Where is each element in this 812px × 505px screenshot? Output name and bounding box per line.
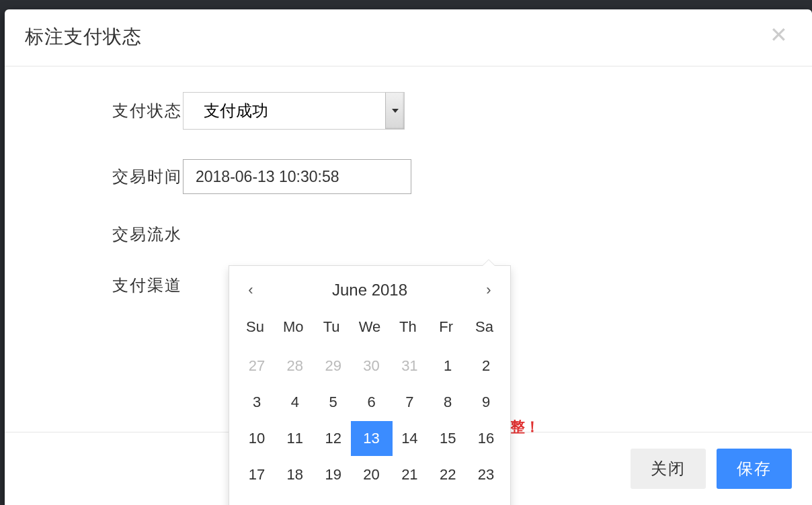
calendar-week-row: 10111213141516 bbox=[236, 420, 503, 457]
calendar-day[interactable]: 21 bbox=[389, 457, 427, 493]
calendar-day[interactable]: 17 bbox=[236, 457, 274, 493]
svg-marker-0 bbox=[392, 109, 399, 113]
close-icon[interactable]: ✕ bbox=[766, 24, 792, 46]
calendar-day[interactable]: 14 bbox=[389, 420, 427, 457]
modal-body: 支付状态 支付成功 交易时间 交易流水 支付渠道 整！ bbox=[5, 66, 812, 432]
datepicker-grid: SuMoTuWeThFrSa 2728293031123456789101112… bbox=[236, 312, 503, 505]
close-button[interactable]: 关闭 bbox=[631, 449, 706, 489]
weekday-header: Fr bbox=[427, 312, 465, 348]
calendar-day[interactable]: 24 bbox=[236, 493, 274, 505]
calendar-week-row: 17181920212223 bbox=[236, 457, 503, 493]
calendar-day[interactable]: 28 bbox=[389, 493, 427, 505]
calendar-week-row: 272829303112 bbox=[236, 348, 503, 384]
calendar-day[interactable]: 16 bbox=[465, 420, 503, 457]
calendar-day[interactable]: 29 bbox=[427, 493, 465, 505]
prev-month-button[interactable]: ‹ bbox=[243, 281, 259, 299]
calendar-day[interactable]: 20 bbox=[351, 457, 389, 493]
datepicker-popover: ‹ June 2018 › SuMoTuWeThFrSa 27282930311… bbox=[229, 265, 511, 505]
calendar-day[interactable]: 30 bbox=[351, 348, 389, 384]
chevron-down-icon bbox=[385, 93, 404, 129]
calendar-day[interactable]: 5 bbox=[313, 384, 351, 420]
weekday-row: SuMoTuWeThFrSa bbox=[236, 312, 503, 348]
weekday-header: We bbox=[351, 312, 389, 348]
calendar-day[interactable]: 19 bbox=[313, 457, 351, 493]
save-button[interactable]: 保存 bbox=[717, 449, 792, 489]
calendar-day[interactable]: 27 bbox=[236, 348, 274, 384]
weekday-header: Tu bbox=[313, 312, 351, 348]
weekday-header: Su bbox=[236, 312, 274, 348]
next-month-button[interactable]: › bbox=[481, 281, 497, 299]
calendar-day[interactable]: 12 bbox=[313, 420, 351, 457]
payment-channel-label: 支付渠道 bbox=[25, 275, 183, 296]
calendar-day[interactable]: 26 bbox=[313, 493, 351, 505]
modal-title: 标注支付状态 bbox=[25, 24, 142, 50]
calendar-day[interactable]: 1 bbox=[427, 348, 465, 384]
background-warning-text: 整！ bbox=[510, 417, 540, 437]
calendar-day[interactable]: 4 bbox=[274, 384, 313, 420]
payment-status-value: 支付成功 bbox=[204, 100, 268, 122]
datepicker-header: ‹ June 2018 › bbox=[236, 275, 503, 312]
calendar-day[interactable]: 7 bbox=[389, 384, 427, 420]
calendar-day[interactable]: 23 bbox=[465, 457, 503, 493]
calendar-day[interactable]: 15 bbox=[427, 420, 465, 457]
calendar-week-row: 24252627282930 bbox=[236, 493, 503, 505]
calendar-day[interactable]: 9 bbox=[465, 384, 503, 420]
calendar-day[interactable]: 28 bbox=[274, 348, 313, 384]
modal-header: 标注支付状态 ✕ bbox=[5, 9, 812, 66]
transaction-time-label: 交易时间 bbox=[25, 166, 183, 187]
weekday-header: Th bbox=[389, 312, 427, 348]
calendar-day[interactable]: 8 bbox=[427, 384, 465, 420]
calendar-day[interactable]: 18 bbox=[274, 457, 313, 493]
weekday-header: Mo bbox=[274, 312, 313, 348]
popover-arrow-icon bbox=[482, 259, 495, 266]
calendar-day[interactable]: 22 bbox=[427, 457, 465, 493]
modal-dialog: 标注支付状态 ✕ 支付状态 支付成功 交易时间 交易流水 支付渠道 bbox=[5, 9, 812, 505]
calendar-day[interactable]: 10 bbox=[236, 420, 274, 457]
calendar-day[interactable]: 6 bbox=[351, 384, 389, 420]
payment-status-select[interactable]: 支付成功 bbox=[183, 92, 405, 130]
row-payment-status: 支付状态 支付成功 bbox=[25, 92, 792, 130]
calendar-day[interactable]: 2 bbox=[465, 348, 503, 384]
calendar-day[interactable]: 13 bbox=[351, 420, 389, 457]
calendar-day[interactable]: 29 bbox=[313, 348, 351, 384]
calendar-day[interactable]: 30 bbox=[465, 493, 503, 505]
transaction-time-input[interactable] bbox=[183, 159, 411, 194]
calendar-week-row: 3456789 bbox=[236, 384, 503, 420]
calendar-day[interactable]: 11 bbox=[274, 420, 313, 457]
row-transaction-time: 交易时间 bbox=[25, 159, 792, 194]
row-transaction-serial: 交易流水 bbox=[25, 224, 792, 245]
transaction-serial-label: 交易流水 bbox=[25, 224, 183, 245]
calendar-day[interactable]: 27 bbox=[351, 493, 389, 505]
calendar-day[interactable]: 25 bbox=[274, 493, 313, 505]
payment-status-label: 支付状态 bbox=[25, 100, 183, 122]
calendar-day[interactable]: 31 bbox=[389, 348, 427, 384]
weekday-header: Sa bbox=[465, 312, 503, 348]
calendar-day[interactable]: 3 bbox=[236, 384, 274, 420]
datepicker-title[interactable]: June 2018 bbox=[332, 281, 407, 300]
